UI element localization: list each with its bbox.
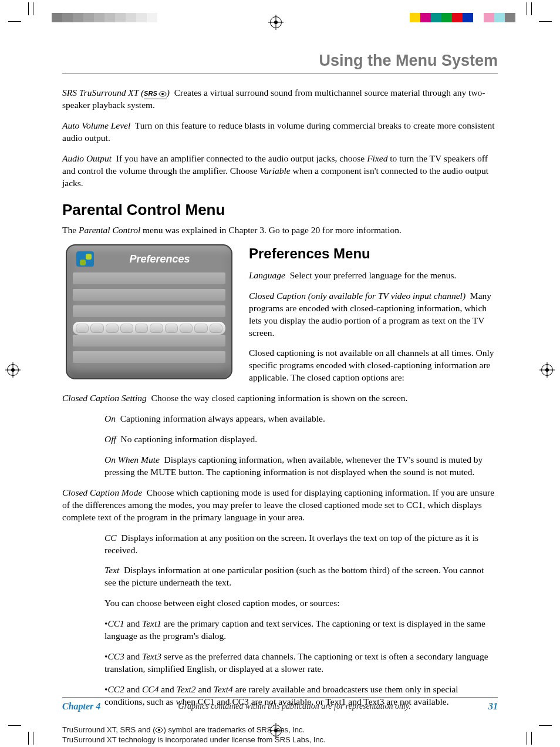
- footnotes: TruSurround XT, SRS and () symbol are tr…: [62, 725, 498, 745]
- paragraph-cc-mode: Closed Caption Mode Choose which caption…: [62, 487, 498, 524]
- bullet-cc3: •CC3 and Text3 serve as the preferred da…: [104, 651, 498, 675]
- svg-point-1: [161, 93, 164, 95]
- page-header: Using the Menu System: [62, 52, 498, 74]
- crop-mark: [527, 732, 527, 745]
- preferences-icon: [76, 251, 94, 267]
- crop-mark: [33, 732, 33, 745]
- registration-mark-icon: [270, 16, 282, 28]
- svg-point-3: [158, 729, 160, 731]
- color-bar: [410, 13, 515, 22]
- item-on-when-mute: On When Mute Displays captioning informa…: [104, 454, 498, 479]
- srs-logo: SRS: [144, 89, 167, 99]
- osd-row: [73, 305, 225, 317]
- crop-mark: [527, 2, 527, 15]
- footer-note: Graphics contained within this publicati…: [100, 702, 488, 711]
- osd-row: [73, 289, 225, 301]
- osd-preferences-graphic: Preferences: [66, 244, 232, 379]
- crop-mark: [531, 2, 532, 15]
- paragraph-audio-output: Audio Output If you have an amplifier co…: [62, 153, 498, 190]
- bullet-cc1: •CC1 and Text1 are the primary caption a…: [104, 618, 498, 642]
- paragraph-parental-intro: The Parental Control menu was explained …: [62, 224, 498, 237]
- crop-mark: [539, 21, 552, 22]
- crop-mark: [33, 2, 33, 15]
- registration-mark-icon: [7, 364, 19, 376]
- crop-mark: [8, 21, 21, 22]
- footer-chapter: Chapter 4: [62, 701, 100, 712]
- crop-mark: [8, 725, 21, 726]
- footer-page-number: 31: [488, 701, 498, 712]
- osd-row-highlight: [73, 322, 225, 335]
- heading-parental-control: Parental Control Menu: [62, 200, 498, 220]
- crop-mark: [531, 732, 532, 745]
- item-on: On Captioning information always appears…: [104, 413, 498, 425]
- crop-mark: [28, 2, 29, 15]
- crop-mark: [539, 725, 552, 726]
- page-footer: Chapter 4 Graphics contained within this…: [62, 697, 498, 712]
- registration-mark-icon: [541, 364, 553, 376]
- crop-mark: [28, 732, 29, 745]
- item-text: Text Displays information at one particu…: [104, 564, 498, 589]
- paragraph-choose: You can choose between eight closed capt…: [104, 597, 498, 610]
- paragraph-avl: Auto Volume Level Turn on this feature t…: [62, 120, 498, 144]
- paragraph-cc-setting: Closed Caption Setting Choose the way cl…: [62, 392, 498, 405]
- item-cc: CC Displays information at any position …: [104, 532, 498, 557]
- paragraph-srs: SRS TruSurround XT (SRS) Creates a virtu…: [62, 87, 498, 112]
- osd-row: [73, 351, 225, 363]
- greyscale-bar: [52, 13, 168, 22]
- osd-title: Preferences: [97, 252, 222, 266]
- osd-row: [73, 335, 225, 346]
- osd-row: [73, 272, 225, 284]
- item-off: Off No captioning information displayed.: [104, 433, 498, 446]
